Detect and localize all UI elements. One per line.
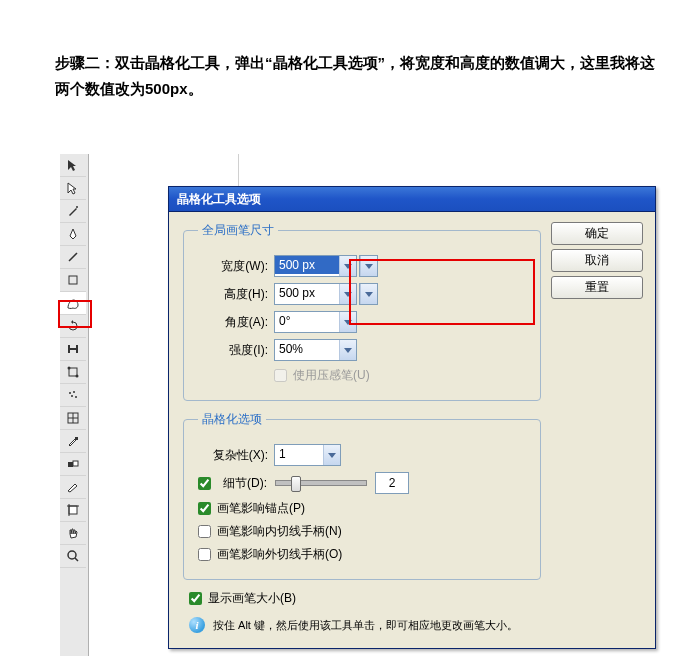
affect-out-label: 画笔影响外切线手柄(O)	[217, 546, 342, 563]
svg-rect-16	[75, 437, 78, 440]
tool-mesh[interactable]	[60, 407, 86, 430]
tool-hand[interactable]	[60, 522, 86, 545]
slider-thumb[interactable]	[291, 476, 301, 492]
complexity-row: 复杂性(X):	[198, 444, 530, 466]
width-unit-picker[interactable]	[359, 255, 378, 277]
angle-row: 角度(A):	[198, 311, 530, 333]
affect-out-input[interactable]	[198, 548, 211, 561]
complexity-field[interactable]	[274, 444, 341, 466]
show-brush-input[interactable]	[189, 592, 202, 605]
svg-rect-19	[69, 506, 77, 514]
crystallize-options-dialog: 晶格化工具选项 全局画笔尺寸 宽度(W):	[168, 186, 656, 649]
ok-button[interactable]: 确定	[551, 222, 643, 245]
complexity-label: 复杂性(X):	[198, 447, 268, 464]
reset-button[interactable]: 重置	[551, 276, 643, 299]
tool-symbol-sprayer[interactable]	[60, 384, 86, 407]
svg-point-7	[68, 367, 71, 370]
tool-eyedropper[interactable]	[60, 430, 86, 453]
chevron-down-icon[interactable]	[360, 256, 377, 276]
svg-rect-6	[69, 368, 77, 376]
detail-value[interactable]	[375, 472, 409, 494]
width-row: 宽度(W):	[198, 255, 530, 277]
svg-rect-17	[68, 462, 73, 467]
height-unit-picker[interactable]	[359, 283, 378, 305]
angle-label: 角度(A):	[198, 314, 268, 331]
global-brush-legend: 全局画笔尺寸	[198, 222, 278, 239]
svg-line-1	[69, 253, 77, 261]
tool-slice[interactable]	[60, 476, 86, 499]
affect-anchor-label: 画笔影响锚点(P)	[217, 500, 305, 517]
affect-anchor-input[interactable]	[198, 502, 211, 515]
detail-row: 细节(D):	[198, 472, 530, 494]
detail-check-input[interactable]	[198, 477, 211, 490]
tool-free-transform[interactable]	[60, 361, 86, 384]
tool-direct-select[interactable]	[60, 177, 86, 200]
affect-out-tangent-checkbox[interactable]: 画笔影响外切线手柄(O)	[198, 546, 530, 563]
use-pressure-label: 使用压感笔(U)	[293, 367, 370, 384]
detail-slider[interactable]	[275, 480, 367, 486]
angle-field[interactable]	[274, 311, 357, 333]
chevron-down-icon[interactable]	[339, 256, 356, 276]
intensity-row: 强度(I):	[198, 339, 530, 361]
use-pressure-checkbox: 使用压感笔(U)	[274, 367, 530, 384]
affect-in-tangent-checkbox[interactable]: 画笔影响内切线手柄(N)	[198, 523, 530, 540]
screenshot-area: 晶格化工具选项 全局画笔尺寸 宽度(W):	[60, 154, 655, 656]
svg-line-23	[75, 558, 78, 561]
svg-point-22	[68, 551, 76, 559]
dialog-titlebar[interactable]: 晶格化工具选项	[169, 187, 655, 212]
cancel-button[interactable]: 取消	[551, 249, 643, 272]
dialog-title: 晶格化工具选项	[177, 191, 261, 208]
width-label: 宽度(W):	[198, 258, 268, 275]
step-instruction: 步骤二：双击晶格化工具，弹出“晶格化工具选项”，将宽度和高度的数值调大，这里我将…	[55, 50, 660, 101]
svg-point-9	[69, 392, 71, 394]
tool-zoom[interactable]	[60, 545, 86, 568]
tool-artboard[interactable]	[60, 499, 86, 522]
chevron-down-icon[interactable]	[339, 284, 356, 304]
height-input[interactable]	[275, 284, 339, 302]
show-brush-label: 显示画笔大小(B)	[208, 590, 296, 607]
svg-rect-18	[73, 461, 78, 466]
use-pressure-input	[274, 369, 287, 382]
chevron-down-icon[interactable]	[339, 312, 356, 332]
detail-checkbox[interactable]: 细节(D):	[198, 475, 267, 492]
global-brush-group: 全局画笔尺寸 宽度(W): 高度(H):	[183, 222, 541, 401]
crystallize-options-group: 晶格化选项 复杂性(X): 细节(D):	[183, 411, 541, 580]
intensity-input[interactable]	[275, 340, 339, 358]
tool-pen[interactable]	[60, 223, 86, 246]
affect-in-input[interactable]	[198, 525, 211, 538]
tool-blend[interactable]	[60, 453, 86, 476]
intensity-label: 强度(I):	[198, 342, 268, 359]
height-field[interactable]	[274, 283, 357, 305]
tip-text: 按住 Alt 键，然后使用该工具单击，即可相应地更改画笔大小。	[213, 617, 518, 634]
tool-rotate[interactable]	[60, 315, 86, 338]
svg-point-0	[76, 206, 78, 208]
svg-rect-5	[76, 345, 78, 353]
chevron-down-icon[interactable]	[323, 445, 340, 465]
width-input[interactable]	[275, 256, 339, 274]
svg-point-10	[73, 391, 75, 393]
svg-rect-2	[69, 276, 77, 284]
tool-line[interactable]	[60, 246, 86, 269]
svg-point-11	[71, 395, 73, 397]
chevron-down-icon[interactable]	[360, 284, 377, 304]
angle-input[interactable]	[275, 312, 339, 330]
width-field[interactable]	[274, 255, 357, 277]
tool-palette	[60, 154, 89, 656]
info-icon	[189, 617, 205, 633]
height-label: 高度(H):	[198, 286, 268, 303]
tool-magic-wand[interactable]	[60, 200, 86, 223]
crystallize-options-legend: 晶格化选项	[198, 411, 266, 428]
tool-crystallize[interactable]	[60, 292, 86, 315]
affect-in-label: 画笔影响内切线手柄(N)	[217, 523, 342, 540]
affect-anchor-checkbox[interactable]: 画笔影响锚点(P)	[198, 500, 530, 517]
tool-shape[interactable]	[60, 269, 86, 292]
height-row: 高度(H):	[198, 283, 530, 305]
intensity-field[interactable]	[274, 339, 357, 361]
tool-selection[interactable]	[60, 154, 86, 177]
chevron-down-icon[interactable]	[339, 340, 356, 360]
svg-point-8	[76, 375, 79, 378]
complexity-input[interactable]	[275, 445, 323, 463]
show-brush-size-checkbox[interactable]: 显示画笔大小(B)	[189, 590, 541, 607]
tool-width[interactable]	[60, 338, 86, 361]
tip-row: 按住 Alt 键，然后使用该工具单击，即可相应地更改画笔大小。	[189, 617, 541, 634]
